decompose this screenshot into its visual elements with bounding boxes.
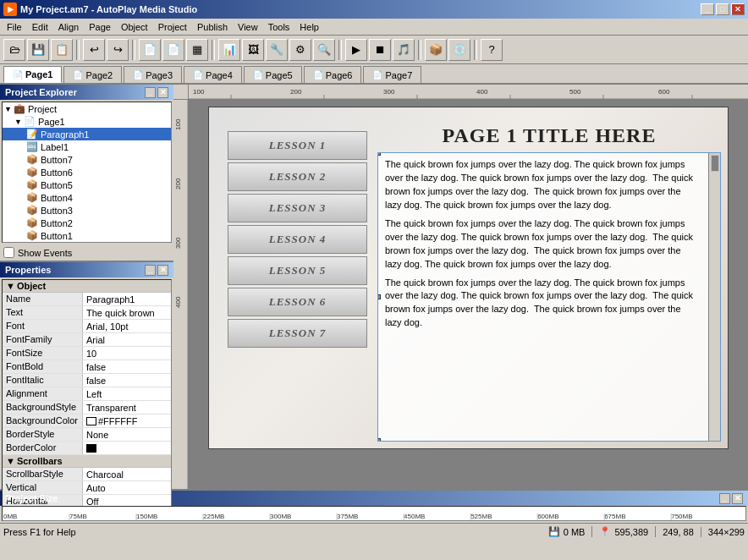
menu-file[interactable]: File (2, 20, 27, 34)
tree-item-paragraph1[interactable]: 📝 Paragraph1 (3, 128, 171, 140)
prop-bgstyle-value[interactable]: Transparent (83, 401, 171, 414)
prop-text-value[interactable]: The quick brown (83, 306, 171, 319)
tab-page3[interactable]: 📄 Page3 (124, 66, 182, 83)
tree-item-button6[interactable]: 📦 Button6 (3, 166, 171, 178)
menu-align[interactable]: Align (53, 20, 84, 34)
toolbar-gear-btn[interactable]: ⚙ (289, 39, 311, 61)
text-content-box[interactable]: The quick brown fox jumps over the lazy … (377, 152, 721, 442)
tab-page1[interactable]: 📄 Page1 (3, 66, 62, 83)
tab-page2[interactable]: 📄 Page2 (63, 66, 122, 83)
expander-page1[interactable]: ▼ (14, 118, 22, 126)
lesson-btn-7[interactable]: LESSON 7 (228, 319, 367, 348)
show-events-checkbox[interactable]: Show Events (0, 244, 173, 261)
prop-fontfamily-value[interactable]: Arial (83, 333, 171, 346)
tree-item-button3[interactable]: 📦 Button3 (3, 204, 171, 217)
props-minimize-btn[interactable]: _ (145, 265, 156, 276)
project-size-minimize-btn[interactable]: _ (719, 493, 730, 504)
prop-fontitalic-value[interactable]: false (83, 374, 171, 387)
prop-font-value[interactable]: Arial, 10pt (83, 320, 171, 332)
bgcolor-swatch[interactable] (86, 417, 96, 425)
toolbar-copy-btn[interactable]: 📋 (51, 39, 73, 61)
lesson-btn-1[interactable]: LESSON 1 (228, 131, 367, 160)
toolbar-stop-btn[interactable]: ⏹ (369, 39, 391, 61)
tab-page6[interactable]: 📄 Page6 (304, 66, 362, 83)
expander-project[interactable]: ▼ (4, 105, 12, 113)
tree-item-button2[interactable]: 📦 Button2 (3, 217, 171, 229)
maximize-button[interactable]: □ (716, 3, 729, 15)
tab-page5[interactable]: 📄 Page5 (244, 66, 302, 83)
tree-item-page1[interactable]: ▼ 📄 Page1 (3, 115, 171, 128)
tree-item-button1[interactable]: 📦 Button1 (3, 229, 171, 242)
prop-bgcolor-value[interactable]: #FFFFFF (83, 415, 171, 427)
props-close-btn[interactable]: ✕ (157, 265, 168, 276)
toolbar-open-btn[interactable]: 🗁 (3, 39, 25, 61)
prop-borderstyle-value[interactable]: None (83, 428, 171, 441)
toolbar-audio-btn[interactable]: 🎵 (393, 39, 415, 61)
toolbar-image-btn[interactable]: 🖼 (242, 39, 264, 61)
lesson-btn-4[interactable]: LESSON 4 (228, 225, 367, 254)
show-events-input[interactable] (3, 247, 14, 258)
tree-item-project[interactable]: ▼ 💼 Project (3, 102, 171, 115)
lesson-btn-6[interactable]: LESSON 6 (228, 288, 367, 316)
toolbar-play-btn[interactable]: ▶ (345, 39, 367, 61)
toolbar-help-btn[interactable]: ? (481, 39, 503, 61)
tree-item-button7[interactable]: 📦 Button7 (3, 153, 171, 166)
toolbar-package-btn[interactable]: 📦 (425, 39, 447, 61)
lesson-btn-2[interactable]: LESSON 2 (228, 162, 367, 191)
title-buttons[interactable]: _ □ ✕ (701, 3, 745, 15)
menu-tools[interactable]: Tools (263, 20, 295, 34)
toolbar-settings-btn[interactable]: 🔧 (266, 39, 288, 61)
toolbar-undo-btn[interactable]: ↩ (83, 39, 105, 61)
scrollbar-thumb[interactable] (711, 155, 719, 172)
project-size-close-btn[interactable]: ✕ (732, 493, 743, 504)
prop-section-scrollbars[interactable]: ▼ Scrollbars (3, 455, 171, 468)
toolbar-redo-btn[interactable]: ↪ (107, 39, 129, 61)
panel-title-buttons[interactable]: _ ✕ (145, 87, 168, 98)
tree-item-button5[interactable]: 📦 Button5 (3, 178, 171, 191)
menu-object[interactable]: Object (116, 20, 153, 34)
tree-item-label1[interactable]: 🔤 Label1 (3, 140, 171, 153)
tree-item-button4[interactable]: 📦 Button4 (3, 191, 171, 204)
toolbar-page-btn[interactable]: 📄 (162, 39, 184, 61)
toolbar-save-btn[interactable]: 💾 (27, 39, 49, 61)
handle-tl[interactable] (377, 152, 381, 156)
tab-page7[interactable]: 📄 Page7 (363, 66, 421, 83)
menu-edit[interactable]: Edit (27, 20, 53, 34)
panel-close-btn[interactable]: ✕ (157, 87, 168, 98)
lesson-btn-3[interactable]: LESSON 3 (228, 194, 367, 222)
toolbar-grid-btn[interactable]: ▦ (186, 39, 208, 61)
prop-bordercolor-value[interactable] (83, 442, 171, 454)
toolbar-chart-btn[interactable]: 📊 (218, 39, 240, 61)
text-scrollbar[interactable] (708, 153, 720, 441)
svg-text:200: 200 (174, 178, 182, 189)
prop-vertical-value[interactable]: Auto (83, 481, 171, 494)
menu-page[interactable]: Page (84, 20, 116, 34)
prop-name-value[interactable]: Paragraph1 (83, 293, 171, 305)
toolbar-search-btn[interactable]: 🔍 (313, 39, 335, 61)
lesson-btn-5[interactable]: LESSON 5 (228, 256, 367, 285)
handle-bl[interactable] (377, 438, 381, 442)
close-button[interactable]: ✕ (731, 3, 745, 15)
menu-project[interactable]: Project (153, 20, 192, 34)
bordercolor-swatch[interactable] (86, 444, 96, 453)
minimize-button[interactable]: _ (701, 3, 714, 15)
handle-ml[interactable] (377, 294, 381, 299)
props-title-buttons[interactable]: _ ✕ (145, 265, 168, 276)
project-explorer-title: Project Explorer _ ✕ (0, 85, 173, 100)
menu-publish[interactable]: Publish (192, 20, 233, 34)
prop-scrollbarstyle-value[interactable]: Charcoal (83, 468, 171, 480)
prop-alignment-value[interactable]: Left (83, 387, 171, 400)
tree-label-button6: Button6 (41, 167, 73, 178)
toolbar-new-page-btn[interactable]: 📄 (139, 39, 161, 61)
menu-view[interactable]: View (233, 20, 263, 34)
project-size-title-buttons[interactable]: _ ✕ (719, 493, 743, 504)
menu-help[interactable]: Help (294, 20, 324, 34)
prop-section-object[interactable]: ▼ Object (3, 280, 171, 293)
prop-fontsize-value[interactable]: 10 (83, 347, 171, 360)
tab-page4[interactable]: 📄 Page4 (184, 66, 242, 83)
toolbar-disc-btn[interactable]: 💿 (448, 39, 470, 61)
project-tree[interactable]: ▼ 💼 Project ▼ 📄 Page1 📝 Paragraph1 🔤 Lab… (2, 102, 172, 243)
prop-fontbold-value[interactable]: false (83, 360, 171, 373)
panel-minimize-btn[interactable]: _ (145, 87, 156, 98)
canvas-scroll[interactable]: LESSON 1 LESSON 2 LESSON 3 LESSON 4 (189, 100, 748, 489)
